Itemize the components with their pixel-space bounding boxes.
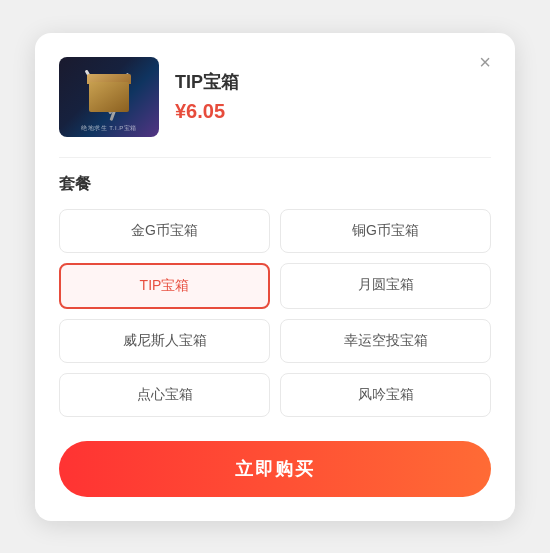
package-grid: 金G币宝箱 铜G币宝箱 TIP宝箱 月圆宝箱 威尼斯人宝箱 幸运空投宝箱 点心宝… <box>59 209 491 417</box>
package-item-yue-yuan[interactable]: 月圆宝箱 <box>280 263 491 309</box>
package-item-dian-xin[interactable]: 点心宝箱 <box>59 373 270 417</box>
box-graphic <box>89 82 129 112</box>
package-item-xing-yun[interactable]: 幸运空投宝箱 <box>280 319 491 363</box>
box-body <box>89 82 129 112</box>
product-price: ¥6.05 <box>175 100 239 123</box>
product-header: 绝地求生 T.I.P宝箱 TIP宝箱 ¥6.05 <box>59 57 491 137</box>
section-title: 套餐 <box>59 174 491 195</box>
package-item-tong-g-bi[interactable]: 铜G币宝箱 <box>280 209 491 253</box>
product-image: 绝地求生 T.I.P宝箱 <box>59 57 159 137</box>
buy-button[interactable]: 立即购买 <box>59 441 491 497</box>
package-item-wei-ni-si[interactable]: 威尼斯人宝箱 <box>59 319 270 363</box>
product-modal: × 绝地求生 T.I.P宝箱 TIP宝箱 ¥6.05 套餐 金G币宝箱 铜G币宝… <box>35 33 515 521</box>
product-title: TIP宝箱 <box>175 70 239 94</box>
product-info: TIP宝箱 ¥6.05 <box>175 70 239 123</box>
close-button[interactable]: × <box>471 49 499 77</box>
package-item-feng-yin[interactable]: 风吟宝箱 <box>280 373 491 417</box>
package-item-jin-g-bi[interactable]: 金G币宝箱 <box>59 209 270 253</box>
game-logo: 绝地求生 T.I.P宝箱 <box>59 124 159 133</box>
divider <box>59 157 491 158</box>
package-item-tip[interactable]: TIP宝箱 <box>59 263 270 309</box>
